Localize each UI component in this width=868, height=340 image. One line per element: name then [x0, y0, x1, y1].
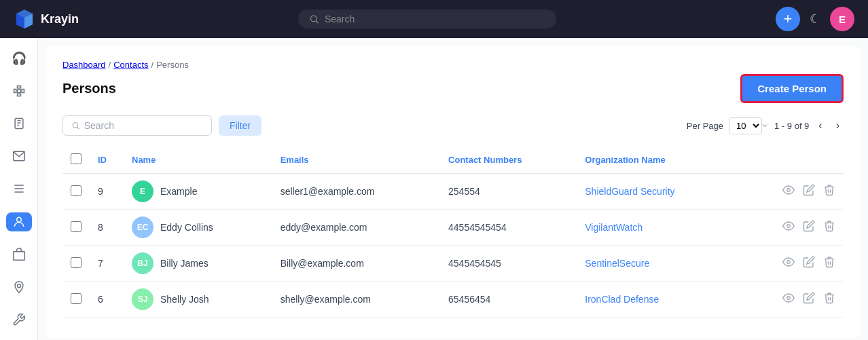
view-icon[interactable]: [782, 256, 795, 271]
table-row: 7 BJ Billy James Billy@example.com 45454…: [62, 246, 844, 282]
avatar: SJ: [132, 288, 153, 310]
row-checkbox[interactable]: [71, 221, 82, 232]
row-checkbox-cell[interactable]: [62, 282, 90, 318]
sidebar-item-list[interactable]: [6, 179, 32, 198]
breadcrumb-sep1: /: [109, 60, 111, 70]
row-checkbox-cell[interactable]: [62, 246, 90, 282]
row-checkbox-cell[interactable]: [62, 210, 90, 246]
pagination-info: 1 - 9 of 9: [774, 121, 809, 131]
row-checkbox-cell[interactable]: [62, 174, 90, 210]
delete-icon[interactable]: [823, 292, 835, 307]
svg-point-22: [787, 297, 791, 300]
row-id: 7: [90, 246, 124, 282]
edit-icon[interactable]: [803, 256, 815, 271]
svg-point-16: [17, 284, 20, 288]
sidebar-item-mail[interactable]: [6, 147, 32, 166]
persons-table: ID Name Emails Contact Numbers Organizat…: [62, 147, 844, 318]
main-content: Dashboard / Contacts / Persons Persons C…: [38, 38, 868, 340]
toolbar-right: Per Page 10 25 50 1 - 9 of 9 ‹ ›: [687, 117, 844, 134]
sidebar-item-box[interactable]: [6, 245, 32, 264]
add-button[interactable]: +: [776, 7, 800, 31]
breadcrumb-contacts[interactable]: Contacts: [113, 60, 148, 70]
row-name: Example: [160, 186, 197, 197]
row-id: 6: [90, 282, 124, 318]
view-icon[interactable]: [782, 184, 795, 199]
table-row: 8 EC Eddy Collins eddy@example.com 44554…: [62, 210, 844, 246]
breadcrumb: Dashboard / Contacts / Persons: [62, 60, 844, 70]
page-header: Persons Create Person: [62, 74, 844, 103]
row-name-cell: SJ Shelly Josh: [124, 282, 272, 318]
row-actions: [738, 210, 844, 246]
row-phone: 4545454545: [440, 246, 577, 282]
pagination-prev-button[interactable]: ‹: [814, 118, 826, 133]
col-contact-numbers: Contact Numbers: [440, 147, 577, 174]
navbar: Krayin + ☾ E: [0, 0, 868, 38]
global-search-box[interactable]: [298, 10, 556, 29]
avatar: EC: [132, 216, 153, 238]
col-org-name: Organization Name: [577, 147, 738, 174]
row-org: IronClad Defense: [577, 282, 738, 318]
svg-point-21: [787, 261, 791, 264]
edit-icon[interactable]: [803, 220, 815, 235]
row-name: Eddy Collins: [160, 222, 213, 233]
chevron-down-icon: [761, 121, 769, 130]
table-search-box[interactable]: [62, 115, 212, 136]
filter-button[interactable]: Filter: [219, 115, 261, 136]
table-row: 9 E Example seller1@example.com 254554 S…: [62, 174, 844, 210]
delete-icon[interactable]: [823, 256, 835, 271]
delete-icon[interactable]: [823, 184, 835, 199]
row-org: SentinelSecure: [577, 246, 738, 282]
user-avatar-button[interactable]: E: [830, 7, 854, 31]
row-name-cell: BJ Billy James: [124, 246, 272, 282]
select-all-checkbox[interactable]: [71, 153, 82, 164]
theme-toggle-button[interactable]: ☾: [810, 12, 820, 26]
svg-rect-6: [15, 119, 23, 129]
edit-icon[interactable]: [803, 184, 815, 199]
per-page-label: Per Page: [687, 121, 723, 131]
row-id: 9: [90, 174, 124, 210]
row-org: VigilantWatch: [577, 210, 738, 246]
row-phone: 65456454: [440, 282, 577, 318]
row-phone: 254554: [440, 174, 577, 210]
view-icon[interactable]: [782, 220, 795, 235]
col-emails: Emails: [272, 147, 440, 174]
table-search-input[interactable]: [84, 120, 203, 131]
sidebar-item-persons[interactable]: [6, 212, 32, 231]
row-name: Billy James: [160, 258, 209, 269]
sidebar-item-puzzle[interactable]: [6, 81, 32, 100]
global-search-input[interactable]: [325, 14, 545, 24]
select-all-header[interactable]: [62, 147, 90, 174]
col-id: ID: [90, 147, 124, 174]
sidebar-item-clipboard[interactable]: [6, 114, 32, 133]
sidebar-item-headset[interactable]: 🎧: [6, 49, 32, 68]
svg-point-14: [16, 217, 21, 222]
sidebar-item-location[interactable]: [6, 278, 32, 297]
sidebar-item-wrench[interactable]: [6, 310, 32, 329]
search-icon: [309, 14, 319, 24]
pagination-next-button[interactable]: ›: [832, 118, 844, 133]
row-name: Shelly Josh: [160, 294, 209, 305]
create-person-button[interactable]: Create Person: [740, 74, 844, 103]
row-actions: [738, 174, 844, 210]
delete-icon[interactable]: [823, 220, 835, 235]
col-name: Name: [124, 147, 272, 174]
logo-icon: [14, 8, 35, 30]
breadcrumb-dashboard[interactable]: Dashboard: [62, 60, 106, 70]
row-email: eddy@example.com: [272, 210, 440, 246]
view-icon[interactable]: [782, 292, 795, 307]
per-page-select[interactable]: 10 25 50: [729, 117, 762, 134]
search-icon: [71, 121, 80, 130]
svg-point-19: [787, 189, 791, 192]
row-checkbox[interactable]: [71, 257, 82, 268]
sidebar: 🎧: [0, 38, 38, 340]
svg-rect-5: [17, 90, 20, 93]
row-checkbox[interactable]: [71, 293, 82, 304]
app-logo: Krayin: [14, 8, 79, 30]
page-container: Dashboard / Contacts / Persons Persons C…: [46, 46, 860, 338]
edit-icon[interactable]: [803, 292, 815, 307]
row-checkbox[interactable]: [71, 185, 82, 196]
svg-rect-15: [13, 252, 24, 261]
breadcrumb-persons: Persons: [156, 60, 189, 70]
table-row: 6 SJ Shelly Josh shelly@example.com 6545…: [62, 282, 844, 318]
row-name-cell: E Example: [124, 174, 272, 210]
